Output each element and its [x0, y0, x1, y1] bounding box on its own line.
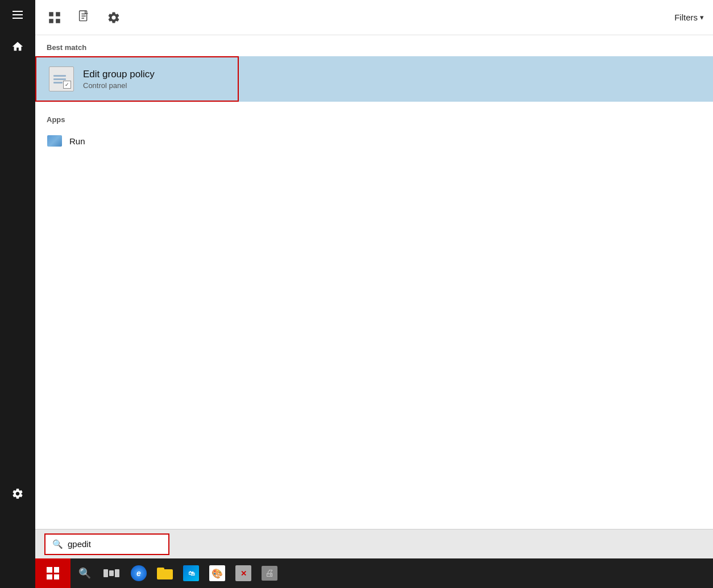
hamburger-button[interactable] [0, 0, 35, 30]
taskview-button[interactable] [99, 558, 124, 588]
gear-icon [11, 487, 24, 500]
sidebar-bottom [0, 479, 35, 508]
gp-check-badge: ✓ [63, 81, 71, 89]
search-bar[interactable]: 🔍 [44, 533, 169, 555]
apps-features-icon-button[interactable] [44, 7, 65, 28]
sidebar [0, 0, 35, 588]
chevron-down-icon: ▾ [700, 13, 704, 22]
taskbar-app-icons: e 🛍 🎨 ✕ 🖨 [124, 558, 713, 588]
home-button[interactable] [0, 32, 35, 61]
printer-taskbar-button[interactable]: 🖨 [257, 558, 282, 588]
run-icon-shape [47, 135, 62, 147]
paint-icon: 🎨 [209, 565, 225, 581]
run-app-icon [47, 133, 63, 149]
toolbar: Filters ▾ [35, 0, 713, 35]
best-match-title: Edit group policy [83, 69, 155, 80]
settings-icon [107, 11, 121, 24]
search-input[interactable] [68, 539, 161, 549]
best-match-text: Edit group policy Control panel [83, 69, 155, 90]
unknown-taskbar-button[interactable]: ✕ [231, 558, 256, 588]
taskview-icon [103, 569, 119, 577]
home-icon [11, 40, 24, 53]
redx-icon: ✕ [235, 565, 251, 581]
search-bar-area: 🔍 [35, 529, 713, 558]
content-area: Best match ✓ Edit group polic [35, 35, 713, 529]
ie-taskbar-button[interactable]: e [126, 558, 151, 588]
file-explorer-taskbar-button[interactable] [152, 558, 177, 588]
gp-icon-inner: ✓ [49, 66, 74, 91]
filters-label: Filters [674, 12, 698, 22]
folder-icon [157, 566, 173, 580]
taskbar: 🔍 e 🛍 🎨 [35, 558, 713, 588]
start-button[interactable] [35, 558, 71, 588]
settings-button[interactable] [0, 479, 35, 508]
printer-icon: 🖨 [262, 566, 277, 581]
ie-icon: e [131, 565, 147, 581]
grid-icon [47, 10, 62, 25]
best-match-label: Best match [35, 35, 713, 56]
taskbar-search-button[interactable]: 🔍 [71, 558, 99, 588]
best-match-row: ✓ Edit group policy Control panel [35, 56, 713, 102]
taskbar-search-icon: 🔍 [78, 567, 91, 579]
settings-icon-button[interactable] [103, 7, 124, 28]
group-policy-icon: ✓ [48, 65, 75, 93]
run-app-item[interactable]: Run [35, 128, 713, 153]
store-icon: 🛍 [183, 565, 199, 581]
paint-taskbar-button[interactable]: 🎨 [205, 558, 230, 588]
windows-icon [47, 567, 59, 579]
filters-button[interactable]: Filters ▾ [674, 12, 704, 22]
search-icon: 🔍 [52, 539, 63, 549]
hamburger-icon [13, 11, 23, 19]
apps-label: Apps [35, 107, 713, 128]
best-match-subtitle: Control panel [83, 81, 155, 90]
document-icon [77, 10, 91, 25]
best-match-item[interactable]: ✓ Edit group policy Control panel [35, 56, 239, 102]
apps-section: Apps Run [35, 102, 713, 153]
best-match-right-panel [239, 56, 713, 102]
document-icon-button[interactable] [74, 7, 94, 28]
store-taskbar-button[interactable]: 🛍 [179, 558, 204, 588]
main-panel: Filters ▾ Best match ✓ [35, 0, 713, 588]
run-app-label: Run [69, 136, 85, 146]
